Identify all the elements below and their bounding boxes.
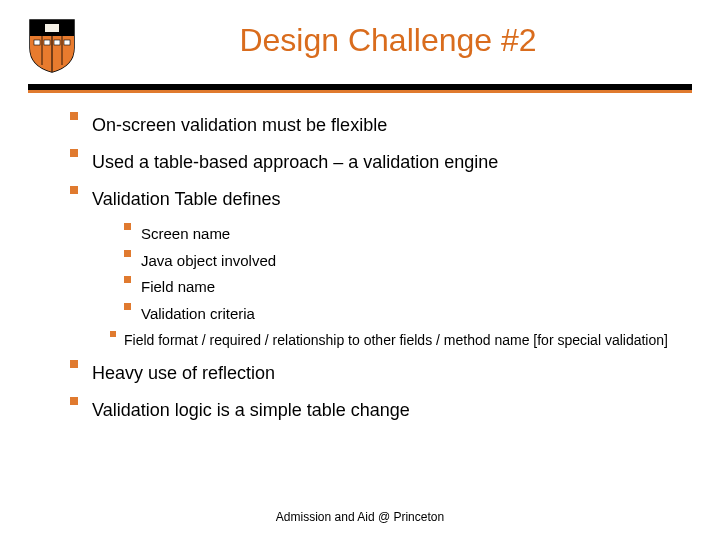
list-item: Heavy use of reflection — [70, 360, 680, 387]
list-item: On-screen validation must be flexible — [70, 112, 680, 139]
bullet-icon — [124, 250, 131, 257]
bullet-text: Validation Table defines — [92, 186, 680, 213]
slide-footer: Admission and Aid @ Princeton — [0, 510, 720, 524]
bullet-icon — [124, 303, 131, 310]
svg-rect-4 — [64, 40, 70, 45]
list-item: Java object involved — [124, 250, 680, 273]
bullet-text: On-screen validation must be flexible — [92, 112, 680, 139]
bullet-text: Field format / required / relationship t… — [124, 331, 680, 350]
list-item: Validation logic is a simple table chang… — [70, 397, 680, 424]
princeton-shield-icon — [28, 18, 76, 74]
list-item: Field name — [124, 276, 680, 299]
bullet-text: Field name — [141, 276, 680, 299]
slide: Design Challenge #2 On-screen validation… — [0, 0, 720, 540]
svg-rect-0 — [45, 24, 59, 32]
bullet-icon — [70, 149, 78, 157]
bullet-list-level2: Screen name Java object involved Field n… — [70, 223, 680, 325]
list-item: Field format / required / relationship t… — [110, 331, 680, 350]
list-item: Validation Table defines — [70, 186, 680, 213]
slide-content: On-screen validation must be flexible Us… — [0, 90, 720, 424]
bullet-icon — [70, 397, 78, 405]
slide-title: Design Challenge #2 — [76, 18, 700, 59]
header: Design Challenge #2 — [0, 0, 720, 74]
bullet-text: Java object involved — [141, 250, 680, 273]
bullet-text: Validation logic is a simple table chang… — [92, 397, 680, 424]
bullet-icon — [110, 331, 116, 337]
bullet-icon — [70, 112, 78, 120]
title-divider — [28, 84, 692, 90]
svg-rect-1 — [34, 40, 40, 45]
list-item: Used a table-based approach – a validati… — [70, 149, 680, 176]
bullet-list-level1-cont: Heavy use of reflection Validation logic… — [70, 360, 680, 424]
bullet-icon — [70, 186, 78, 194]
bullet-list-level1: On-screen validation must be flexible Us… — [70, 112, 680, 213]
svg-rect-2 — [44, 40, 50, 45]
bullet-icon — [70, 360, 78, 368]
bullet-list-level3: Field format / required / relationship t… — [70, 331, 680, 350]
bullet-text: Screen name — [141, 223, 680, 246]
bullet-text: Used a table-based approach – a validati… — [92, 149, 680, 176]
bullet-icon — [124, 276, 131, 283]
list-item: Validation criteria — [124, 303, 680, 326]
svg-rect-3 — [54, 40, 60, 45]
bullet-icon — [124, 223, 131, 230]
list-item: Screen name — [124, 223, 680, 246]
bullet-text: Validation criteria — [141, 303, 680, 326]
bullet-text: Heavy use of reflection — [92, 360, 680, 387]
